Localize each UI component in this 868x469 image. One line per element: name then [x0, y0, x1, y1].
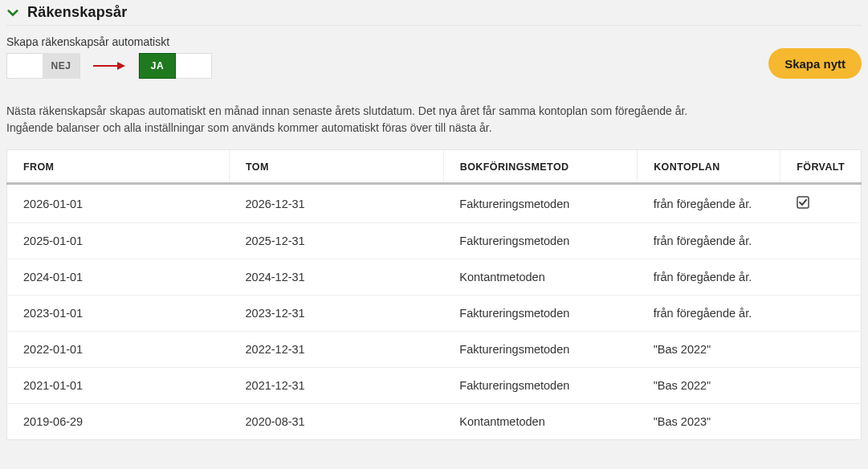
- svg-marker-1: [117, 62, 125, 70]
- cell-plan: från föregående år.: [638, 259, 780, 296]
- col-plan-header[interactable]: KONTOPLAN: [638, 150, 780, 184]
- cell-default: [780, 296, 862, 332]
- table-row[interactable]: 2025-01-012025-12-31Faktureringsmetodenf…: [7, 223, 862, 259]
- cell-method: Kontantmetoden: [443, 259, 637, 296]
- auto-create-toggle[interactable]: NEJ: [6, 53, 80, 79]
- page-title: Räkenskapsår: [27, 4, 127, 21]
- cell-plan: "Bas 2022": [638, 368, 780, 404]
- cell-plan: från föregående år.: [638, 296, 780, 332]
- auto-create-label: Skapa räkenskapsår automatiskt: [6, 35, 212, 48]
- cell-plan: från föregående år.: [638, 184, 780, 223]
- cell-method: Faktureringsmetoden: [443, 332, 637, 368]
- cell-from: 2023-01-01: [7, 296, 230, 332]
- cell-default: [780, 332, 862, 368]
- toggle-spacer-right: [176, 53, 211, 79]
- col-tom-header[interactable]: TOM: [230, 150, 444, 184]
- cell-tom: 2021-12-31: [230, 368, 444, 404]
- cell-tom: 2024-12-31: [230, 259, 444, 296]
- description-line2: Ingående balanser och alla inställningar…: [6, 121, 492, 134]
- description-text: Nästa räkenskapsår skapas automatiskt en…: [6, 103, 862, 137]
- table-row[interactable]: 2023-01-012023-12-31Faktureringsmetodenf…: [7, 296, 862, 332]
- cell-tom: 2023-12-31: [230, 296, 444, 332]
- table-row[interactable]: 2024-01-012024-12-31Kontantmetodenfrån f…: [7, 259, 862, 296]
- auto-create-toggle-on[interactable]: JA: [138, 53, 212, 79]
- toggle-option-nej[interactable]: NEJ: [43, 53, 79, 79]
- toggle-spacer-left: [7, 53, 43, 79]
- cell-from: 2025-01-01: [7, 223, 230, 259]
- cell-from: 2024-01-01: [7, 259, 230, 296]
- cell-default: [780, 223, 862, 259]
- cell-default: [780, 184, 862, 223]
- section-header: Räkenskapsår: [6, 0, 862, 26]
- cell-method: Faktureringsmetoden: [443, 184, 637, 223]
- cell-from: 2022-01-01: [7, 332, 230, 368]
- cell-plan: "Bas 2023": [638, 404, 780, 440]
- col-default-header[interactable]: FÖRVALT: [780, 150, 862, 184]
- table-row[interactable]: 2026-01-012026-12-31Faktureringsmetodenf…: [7, 184, 862, 223]
- col-from-header[interactable]: FROM: [7, 150, 230, 184]
- check-icon: [797, 198, 809, 211]
- cell-from: 2026-01-01: [7, 184, 230, 223]
- arrow-right-icon: [93, 60, 125, 71]
- cell-tom: 2025-12-31: [230, 223, 444, 259]
- cell-method: Faktureringsmetoden: [443, 223, 637, 259]
- cell-default: [780, 368, 862, 404]
- table-row[interactable]: 2019-06-292020-08-31Kontantmetoden"Bas 2…: [7, 404, 862, 440]
- fiscal-years-table: FROM TOM BOKFÖRINGSMETOD KONTOPLAN FÖRVA…: [6, 149, 862, 440]
- cell-plan: "Bas 2022": [638, 332, 780, 368]
- chevron-down-icon[interactable]: [6, 6, 19, 19]
- cell-default: [780, 259, 862, 296]
- cell-default: [780, 404, 862, 440]
- create-new-button[interactable]: Skapa nytt: [768, 48, 862, 79]
- toggle-option-ja[interactable]: JA: [139, 53, 176, 79]
- description-line1: Nästa räkenskapsår skapas automatiskt en…: [6, 104, 687, 117]
- table-row[interactable]: 2021-01-012021-12-31Faktureringsmetoden"…: [7, 368, 862, 404]
- auto-create-block: Skapa räkenskapsår automatiskt NEJ JA: [6, 35, 212, 79]
- cell-tom: 2022-12-31: [230, 332, 444, 368]
- cell-tom: 2026-12-31: [230, 184, 444, 223]
- cell-method: Kontantmetoden: [443, 404, 637, 440]
- cell-from: 2019-06-29: [7, 404, 230, 440]
- table-row[interactable]: 2022-01-012022-12-31Faktureringsmetoden"…: [7, 332, 862, 368]
- cell-tom: 2020-08-31: [230, 404, 444, 440]
- cell-method: Faktureringsmetoden: [443, 296, 637, 332]
- cell-plan: från föregående år.: [638, 223, 780, 259]
- cell-method: Faktureringsmetoden: [443, 368, 637, 404]
- cell-from: 2021-01-01: [7, 368, 230, 404]
- col-method-header[interactable]: BOKFÖRINGSMETOD: [443, 150, 637, 184]
- table-header-row: FROM TOM BOKFÖRINGSMETOD KONTOPLAN FÖRVA…: [7, 150, 862, 184]
